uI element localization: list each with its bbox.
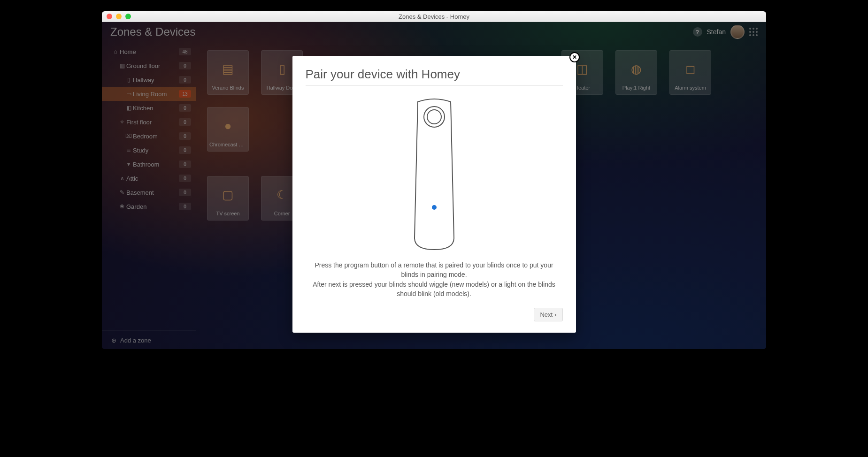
modal-instruction-2: After next is pressed your blinds should…: [306, 280, 563, 299]
app-root: Zones & Devices ? Stefan ⌂Home48▥Ground …: [102, 22, 766, 349]
next-button[interactable]: Next ›: [534, 308, 562, 321]
window-titlebar: Zones & Devices - Homey: [102, 11, 766, 22]
remote-illustration: [306, 97, 563, 252]
modal-title: Pair your device with Homey: [306, 67, 563, 82]
mac-window: Zones & Devices - Homey Zones & Devices …: [102, 11, 766, 349]
window-title: Zones & Devices - Homey: [102, 13, 766, 20]
svg-point-2: [432, 205, 437, 210]
pair-device-modal: ✕ Pair your device with Homey Press the …: [292, 56, 576, 333]
modal-divider: [306, 85, 563, 86]
next-button-label: Next: [540, 311, 553, 318]
chevron-right-icon: ›: [554, 311, 556, 318]
modal-instruction-1: Press the program button of a remote tha…: [306, 260, 563, 280]
modal-overlay: ✕ Pair your device with Homey Press the …: [102, 22, 766, 349]
close-icon[interactable]: ✕: [569, 52, 580, 62]
svg-point-1: [427, 110, 441, 124]
